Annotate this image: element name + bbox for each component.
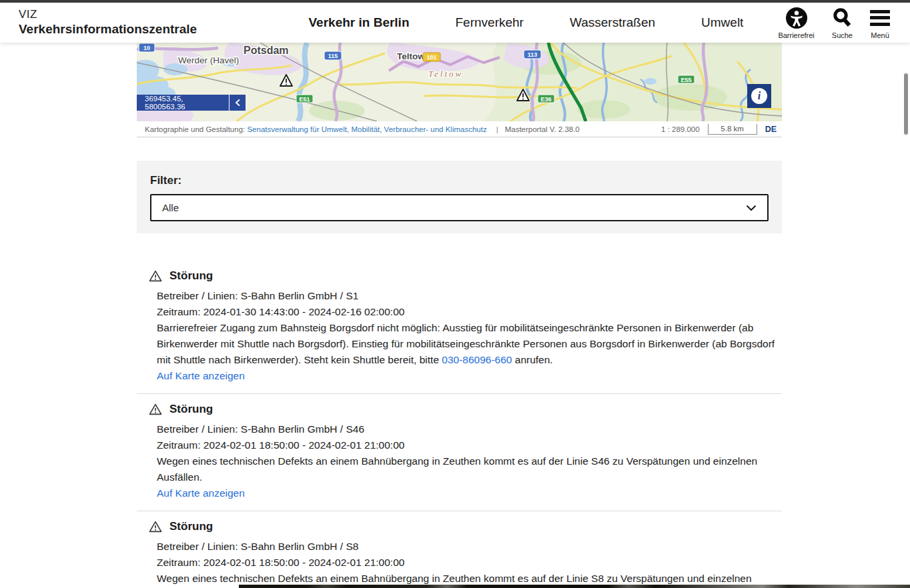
search-button[interactable]: Suche	[832, 7, 853, 39]
period-line: Zeitraum: 2024-01-30 14:43:00 - 2024-02-…	[157, 304, 782, 320]
scale-ratio: 1 : 289.000	[661, 125, 700, 133]
accessibility-button[interactable]: Barrierefrei	[778, 7, 814, 39]
show-on-map-link[interactable]: Auf Karte anzeigen	[157, 368, 245, 384]
disruption-entry: Störung Betreiber / Linien: S-Bahn Berli…	[137, 394, 782, 511]
map-canvas[interactable]: Potsdam Werder (Havel) Teltow Teltow 10 …	[137, 43, 782, 121]
shield-a115: 115	[328, 53, 338, 59]
menu-button[interactable]: Menü	[870, 7, 890, 39]
coordinate-bar: 369453.45, 5800563.36	[137, 95, 246, 111]
chevron-left-icon	[235, 99, 241, 107]
coordinate-collapse-button[interactable]	[230, 95, 246, 111]
disruption-title: Störung	[169, 269, 213, 283]
disruption-entry: Störung Betreiber / Linien: S-Bahn Berli…	[137, 511, 782, 588]
shield-a10: 10	[143, 45, 150, 51]
language-toggle[interactable]: DE	[765, 125, 777, 134]
attribution-prefix: Kartographie und Gestaltung:	[145, 125, 245, 133]
scale-bar: 5.8 km	[708, 124, 757, 135]
show-on-map-link[interactable]: Auf Karte anzeigen	[157, 485, 245, 501]
map-label-werder: Werder (Havel)	[178, 55, 239, 65]
search-label: Suche	[832, 31, 853, 39]
operator-line: Betreiber / Linien: S-Bahn Berlin GmbH /…	[157, 421, 782, 437]
attribution-link[interactable]: Senatsverwaltung für Umwelt, Mobilität, …	[247, 125, 486, 133]
operator-line: Betreiber / Linien: S-Bahn Berlin GmbH /…	[157, 288, 782, 304]
accessibility-icon	[785, 7, 808, 29]
shield-e36: E36	[540, 96, 551, 103]
filter-section: Filter: Alle	[137, 161, 782, 233]
map-label-potsdam: Potsdam	[244, 45, 289, 56]
description: Barrierefreier Zugang zum Bahnsteig Borg…	[157, 320, 782, 368]
phone-link[interactable]: 030-86096-660	[442, 354, 512, 365]
disruption-entry: Störung Betreiber / Linien: S-Bahn Berli…	[137, 269, 782, 394]
logo-line1: VIZ	[19, 8, 197, 21]
disruption-title: Störung	[169, 403, 213, 416]
footer-image-strip	[239, 585, 910, 588]
period-line: Zeitraum: 2024-02-01 18:50:00 - 2024-02-…	[157, 437, 782, 453]
warning-icon	[149, 521, 162, 533]
map-info-button[interactable]: i	[747, 84, 771, 108]
map-attribution-bar: Kartographie und Gestaltung: Senatsverwa…	[137, 121, 782, 137]
scrollbar-thumb[interactable]	[904, 73, 908, 135]
header: VIZ Verkehrsinformationszentrale Verkehr…	[0, 3, 910, 43]
accessibility-label: Barrierefrei	[778, 31, 814, 39]
header-icons: Barrierefrei Suche Menü	[778, 7, 890, 39]
main-nav: Verkehr in Berlin Fernverkehr Wasserstra…	[309, 15, 744, 30]
info-icon: i	[751, 88, 767, 104]
nav-verkehr-in-berlin[interactable]: Verkehr in Berlin	[309, 15, 410, 30]
operator-line: Betreiber / Linien: S-Bahn Berlin GmbH /…	[157, 539, 782, 555]
period-line: Zeitraum: 2024-02-01 18:50:00 - 2024-02-…	[157, 555, 782, 571]
masterportal-version: Masterportal V. 2.38.0	[505, 125, 580, 133]
shield-a113: 113	[528, 51, 538, 58]
attribution-separator: |	[496, 125, 498, 133]
description: Wegen eines technischen Defekts an einem…	[157, 453, 782, 485]
logo[interactable]: VIZ Verkehrsinformationszentrale	[19, 8, 197, 37]
logo-line2: Verkehrsinformationszentrale	[19, 22, 197, 37]
search-icon	[832, 7, 852, 29]
warning-icon	[149, 270, 162, 282]
nav-umwelt[interactable]: Umwelt	[701, 15, 743, 30]
filter-select[interactable]: Alle	[150, 194, 769, 221]
menu-label: Menü	[871, 31, 889, 39]
nav-wasserstrassen[interactable]: Wasserstraßen	[570, 15, 655, 30]
filter-selected-value: Alle	[162, 202, 179, 213]
menu-icon	[870, 7, 890, 29]
map-label-teltow-area: Teltow	[428, 69, 463, 79]
content-column: Potsdam Werder (Havel) Teltow Teltow 10 …	[137, 43, 782, 588]
filter-label: Filter:	[150, 174, 769, 187]
disruption-list: Störung Betreiber / Linien: S-Bahn Berli…	[137, 269, 782, 588]
shield-e55: E55	[680, 77, 691, 83]
shield-e51: E51	[299, 96, 310, 103]
shield-b101: 101	[426, 54, 436, 61]
disruption-title: Störung	[169, 520, 213, 533]
nav-fernverkehr[interactable]: Fernverkehr	[456, 15, 524, 30]
chevron-down-icon	[746, 205, 757, 211]
coordinate-readout: 369453.45, 5800563.36	[137, 95, 229, 111]
warning-icon	[149, 403, 162, 415]
map-widget: Potsdam Werder (Havel) Teltow Teltow 10 …	[137, 43, 782, 137]
map-label-teltow-city: Teltow	[397, 51, 425, 61]
